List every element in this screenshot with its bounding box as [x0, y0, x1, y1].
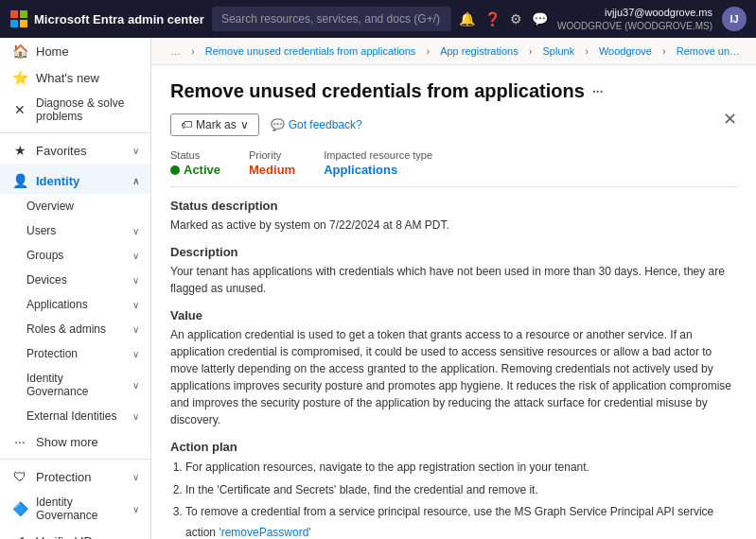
sidebar-item-users[interactable]: Users ∨	[0, 218, 150, 243]
sidebar-item-external[interactable]: External Identities ∨	[0, 404, 150, 428]
idgov-chevron: ∨	[132, 380, 139, 391]
value-text: An application credential is used to get…	[170, 326, 737, 428]
priority-value: Medium	[249, 163, 295, 177]
mark-as-label: Mark as	[196, 118, 237, 131]
protection2-chevron: ∨	[132, 472, 139, 482]
question-icon[interactable]: ❓	[484, 11, 501, 26]
svg-rect-0	[10, 10, 18, 18]
sidebar-item-favorites[interactable]: ★ Favorites ∨	[0, 137, 150, 164]
value-title: Value	[170, 308, 737, 322]
impacted-item: Impacted resource type Applications	[324, 149, 432, 177]
impacted-value: Applications	[324, 163, 432, 177]
feedback-icon[interactable]: 💬	[532, 11, 548, 26]
status-item: Status Active	[170, 149, 220, 177]
sidebar-label-groups: Groups	[26, 249, 63, 262]
svg-rect-1	[20, 10, 27, 18]
brand-logo: Microsoft Entra admin center	[9, 9, 204, 28]
favorites-icon: ★	[11, 143, 28, 158]
sidebar-label-favorites: Favorites	[36, 144, 86, 158]
sidebar-item-overview[interactable]: Overview	[0, 194, 150, 218]
content-area: … › Remove unused credentials from appli…	[151, 38, 756, 539]
sidebar-item-whats-new[interactable]: ⭐ What's new	[0, 64, 150, 91]
sidebar-item-verified-id[interactable]: ✔ Verified ID ∨	[0, 528, 150, 539]
governance-icon: 🔷	[11, 501, 28, 516]
mark-as-button[interactable]: 🏷 Mark as ∨	[170, 113, 259, 136]
sidebar-item-identity-gov[interactable]: Identity Governance ∨	[0, 366, 150, 404]
topbar-search[interactable]	[212, 7, 451, 31]
sidebar-item-home[interactable]: 🏠 Home	[0, 38, 150, 64]
idgov2-chevron: ∨	[132, 504, 139, 514]
settings-icon[interactable]: ⚙	[510, 11, 522, 26]
sidebar-label-protection: Protection	[26, 347, 78, 360]
breadcrumb-item-1[interactable]: App registrations	[440, 45, 519, 57]
description-title: Description	[170, 245, 737, 259]
page-title-text: Remove unused credentials from applicati…	[170, 80, 585, 102]
external-chevron: ∨	[132, 411, 139, 422]
breadcrumb-item-0[interactable]: Remove unused credentials from applicati…	[205, 45, 416, 57]
remove-password-link[interactable]: 'removePassword'	[219, 526, 310, 539]
favorites-chevron: ∨	[132, 146, 139, 156]
sidebar-label-verified: Verified ID	[36, 534, 93, 540]
breadcrumb-sep-1: ›	[426, 45, 432, 57]
feedback-text: Got feedback?	[289, 118, 362, 131]
sidebar-item-show-more[interactable]: ··· Show more	[0, 428, 150, 455]
status-label: Status	[170, 149, 220, 161]
identity-chevron: ∧	[132, 176, 139, 186]
sidebar-label-protection2: Protection	[36, 470, 92, 484]
sidebar-label-home: Home	[36, 44, 69, 59]
breadcrumb-ellipsis[interactable]: …	[170, 45, 181, 57]
roles-chevron: ∨	[132, 324, 139, 335]
sidebar-item-protection2[interactable]: 🛡 Protection ∨	[0, 463, 150, 490]
sidebar-label-roles: Roles & admins	[26, 322, 106, 336]
action-plan-list: For application resources, navigate to t…	[170, 458, 737, 539]
status-desc-text: Marked as active by system on 7/22/2024 …	[170, 217, 737, 234]
notification-icon[interactable]: 🔔	[459, 11, 475, 26]
topbar: Microsoft Entra admin center 🔔 ❓ ⚙ 💬 ivj…	[0, 0, 756, 38]
title-ellipsis-icon: ···	[592, 84, 604, 99]
priority-label: Priority	[249, 149, 295, 161]
sidebar-item-roles-admins[interactable]: Roles & admins ∨	[0, 317, 150, 341]
sidebar-label-devices: Devices	[26, 273, 67, 287]
sidebar-item-diagnose[interactable]: ✕ Diagnose & solve problems	[0, 91, 150, 129]
verified-icon: ✔	[11, 533, 28, 539]
breadcrumb-item-4[interactable]: Remove unused credentials from applicati…	[677, 45, 756, 57]
brand-name: Microsoft Entra admin center	[34, 12, 204, 26]
users-chevron: ∨	[132, 226, 139, 236]
mark-as-icon: 🏷	[181, 118, 192, 131]
status-row: Status Active Priority Medium Impacted r…	[170, 149, 737, 187]
breadcrumb-sep-2: ›	[529, 45, 536, 57]
sidebar-item-identity[interactable]: 👤 Identity ∧	[0, 164, 150, 194]
svg-rect-2	[10, 20, 18, 27]
breadcrumb-item-2[interactable]: Splunk	[543, 45, 575, 57]
user-email: ivjju37@woodgrove.ms	[557, 6, 712, 19]
page-title: Remove unused credentials from applicati…	[170, 80, 737, 102]
close-button[interactable]: ✕	[723, 109, 737, 130]
breadcrumb-sep-3: ›	[585, 45, 591, 57]
avatar[interactable]: IJ	[722, 7, 747, 31]
impacted-label: Impacted resource type	[324, 149, 432, 161]
sidebar-label-overview: Overview	[26, 200, 74, 213]
feedback-link[interactable]: 💬 Got feedback?	[271, 118, 362, 131]
breadcrumb-item-3[interactable]: Woodgrove	[599, 45, 652, 57]
home-icon: 🏠	[11, 43, 28, 59]
shield-icon: 🛡	[11, 469, 28, 484]
sidebar-label-applications: Applications	[26, 298, 88, 311]
sidebar-item-devices[interactable]: Devices ∨	[0, 268, 150, 292]
sidebar-divider-2	[0, 459, 150, 460]
action-item-1: For application resources, navigate to t…	[185, 458, 737, 478]
more-icon: ···	[11, 434, 28, 449]
sidebar-item-idgov2[interactable]: 🔷 Identity Governance ∨	[0, 490, 150, 528]
sidebar-label-identity: Identity	[36, 174, 79, 188]
sidebar-label-external: External Identities	[26, 409, 116, 423]
main-layout: 🏠 Home ⭐ What's new ✕ Diagnose & solve p…	[0, 38, 756, 539]
applications-chevron: ∨	[132, 300, 139, 310]
sidebar: 🏠 Home ⭐ What's new ✕ Diagnose & solve p…	[0, 38, 151, 539]
description-text: Your tenant has applications with creden…	[170, 263, 737, 297]
sidebar-item-groups[interactable]: Groups ∨	[0, 243, 150, 268]
sidebar-item-applications[interactable]: Applications ∨	[0, 292, 150, 317]
search-input[interactable]	[212, 7, 451, 31]
feedback-icon: 💬	[271, 118, 285, 131]
description-section: Description Your tenant has applications…	[170, 245, 737, 297]
sidebar-item-protection[interactable]: Protection ∨	[0, 341, 150, 366]
action-item-3: To remove a credential from a service pr…	[185, 502, 737, 539]
